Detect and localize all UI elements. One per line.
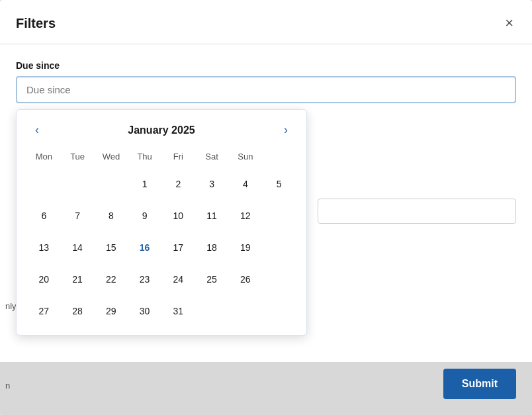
calendar-day[interactable]: 26 — [234, 267, 257, 291]
calendar-day[interactable]: 13 — [32, 236, 56, 259]
calendar-day-cell: 8 — [95, 200, 128, 232]
calendar-day-cell: 23 — [128, 263, 161, 295]
calendar-day[interactable]: 1 — [133, 172, 157, 196]
modal: Filters × Due since ‹ January 2025 › Mon… — [0, 0, 532, 415]
calendar-day-cell: 12 — [229, 200, 263, 232]
calendar-day-cell: 14 — [61, 232, 95, 263]
due-since-input[interactable] — [16, 76, 516, 103]
calendar-day-cell: 10 — [161, 200, 195, 232]
modal-body: Due since — [0, 44, 532, 103]
calendar-day[interactable]: 20 — [32, 267, 56, 291]
calendar-day[interactable]: 31 — [166, 299, 190, 323]
calendar-day-cell: 27 — [27, 295, 61, 327]
calendar-day-cell — [195, 295, 229, 327]
calendar-day[interactable]: 18 — [200, 236, 224, 259]
calendar-day-cell: 31 — [161, 295, 195, 327]
calendar-dropdown: ‹ January 2025 › Mon Tue Wed Thu Fri Sat… — [16, 109, 307, 336]
calendar-day-cell: 1 — [128, 168, 161, 200]
calendar-day[interactable]: 5 — [267, 172, 291, 196]
calendar-day-cell: 26 — [229, 263, 263, 295]
calendar-day[interactable]: 14 — [66, 236, 89, 259]
calendar-day-cell: 18 — [195, 232, 229, 263]
calendar-day-cell — [27, 168, 61, 200]
modal-title: Filters — [16, 16, 56, 31]
prev-month-button[interactable]: ‹ — [30, 120, 44, 140]
calendar-day[interactable]: 22 — [99, 267, 123, 291]
close-button[interactable]: × — [502, 13, 516, 33]
calendar-day[interactable]: 10 — [166, 204, 190, 228]
weekday-mon: Mon — [27, 149, 61, 168]
calendar-day[interactable]: 21 — [66, 267, 89, 291]
calendar-week-row: 13141516171819 — [27, 232, 296, 263]
calendar-day-cell: 13 — [27, 232, 61, 263]
calendar-day[interactable]: 12 — [234, 204, 257, 228]
calendar-day-cell: 9 — [128, 200, 161, 232]
calendar-day[interactable]: 15 — [99, 236, 123, 259]
sidebar-text-1: nly — [0, 301, 17, 311]
calendar-day-cell: 7 — [61, 200, 95, 232]
calendar-day[interactable]: 29 — [99, 299, 123, 323]
calendar-week-row: 12345 — [27, 168, 296, 200]
calendar-day-cell: 16 — [128, 232, 161, 263]
weekday-sun: Sun — [229, 149, 263, 168]
calendar-day[interactable]: 30 — [133, 299, 157, 323]
calendar-day-cell: 29 — [95, 295, 128, 327]
calendar-month-year: January 2025 — [128, 124, 195, 136]
calendar-day[interactable]: 8 — [99, 204, 123, 228]
calendar-day-cell: 2 — [161, 168, 195, 200]
calendar-day[interactable]: 11 — [200, 204, 224, 228]
calendar-day[interactable]: 9 — [133, 204, 157, 228]
weekday-fri: Fri — [161, 149, 195, 168]
calendar-day-cell: 11 — [195, 200, 229, 232]
calendar-grid: Mon Tue Wed Thu Fri Sat Sun 123456789101… — [27, 149, 296, 327]
calendar-day[interactable]: 2 — [166, 172, 190, 196]
calendar-day-cell: 17 — [161, 232, 195, 263]
weekday-tue: Tue — [61, 149, 95, 168]
calendar-weekday-row: Mon Tue Wed Thu Fri Sat Sun — [27, 149, 296, 168]
calendar-day-cell: 15 — [95, 232, 128, 263]
modal-header: Filters × — [0, 0, 532, 44]
modal-footer: Submit — [443, 369, 516, 399]
calendar-day-cell: 4 — [229, 168, 263, 200]
calendar-day[interactable]: 23 — [133, 267, 157, 291]
calendar-day-cell — [229, 295, 263, 327]
calendar-day[interactable]: 27 — [32, 299, 56, 323]
calendar-day-cell: 5 — [262, 168, 296, 200]
calendar-day-cell: 21 — [61, 263, 95, 295]
calendar-day-cell: 6 — [27, 200, 61, 232]
calendar-week-row: 2728293031 — [27, 295, 296, 327]
calendar-day[interactable]: 19 — [234, 236, 257, 259]
weekday-wed: Wed — [95, 149, 128, 168]
calendar-day-cell: 20 — [27, 263, 61, 295]
weekday-thu: Thu — [128, 149, 161, 168]
calendar-header: ‹ January 2025 › — [27, 120, 296, 140]
calendar-day-cell: 28 — [61, 295, 95, 327]
calendar-day-cell: 24 — [161, 263, 195, 295]
calendar-day-cell — [95, 168, 128, 200]
due-since-label: Due since — [16, 60, 516, 71]
second-input-area — [318, 199, 516, 224]
calendar-day[interactable]: 24 — [166, 267, 190, 291]
calendar-day-cell: 19 — [229, 232, 263, 263]
calendar-day[interactable]: 28 — [66, 299, 89, 323]
calendar-day-cell — [61, 168, 95, 200]
calendar-day-cell: 3 — [195, 168, 229, 200]
submit-button[interactable]: Submit — [443, 369, 516, 399]
calendar-day[interactable]: 7 — [66, 204, 89, 228]
calendar-day[interactable]: 4 — [234, 172, 257, 196]
calendar-week-row: 6789101112 — [27, 200, 296, 232]
calendar-day-cell: 22 — [95, 263, 128, 295]
calendar-day[interactable]: 17 — [166, 236, 190, 259]
calendar-day-cell: 30 — [128, 295, 161, 327]
sidebar-text-2: n — [0, 381, 10, 391]
calendar-week-row: 20212223242526 — [27, 263, 296, 295]
calendar-day[interactable]: 6 — [32, 204, 56, 228]
calendar-day-cell: 25 — [195, 263, 229, 295]
second-input[interactable] — [318, 199, 516, 224]
calendar-day[interactable]: 3 — [200, 172, 224, 196]
calendar-day[interactable]: 25 — [200, 267, 224, 291]
next-month-button[interactable]: › — [279, 120, 293, 140]
calendar-day[interactable]: 16 — [133, 236, 157, 259]
weekday-sat: Sat — [195, 149, 229, 168]
